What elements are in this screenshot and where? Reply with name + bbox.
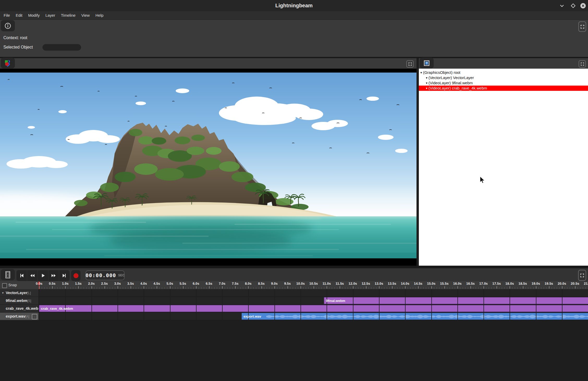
tree-tab[interactable]: ? bbox=[420, 58, 434, 68]
tree-item[interactable]: ▼(GraphicsObject) root bbox=[419, 70, 588, 75]
ruler-tick bbox=[316, 287, 316, 289]
info-fullscreen-button[interactable] bbox=[578, 21, 586, 32]
ruler-time-label: 7.5s bbox=[232, 282, 238, 285]
tree-header: ? bbox=[419, 58, 588, 69]
tree-expand-arrow[interactable]: ▼ bbox=[420, 71, 422, 74]
stage-tab[interactable] bbox=[1, 58, 15, 68]
window-minimize-button[interactable] bbox=[559, 3, 565, 9]
track-expand-arrow[interactable]: ▼ bbox=[2, 291, 4, 294]
ruler-tick bbox=[544, 287, 544, 289]
timeline-fullscreen-button[interactable] bbox=[578, 270, 586, 281]
menu-item-edit[interactable]: Edit bbox=[13, 11, 25, 20]
track-label-vectorlayer[interactable]: ▼VectorLayer[L] bbox=[0, 289, 39, 297]
ruler-tick bbox=[94, 287, 94, 289]
ruler-tick bbox=[554, 287, 554, 289]
ruler-tick bbox=[515, 287, 515, 289]
tree-item[interactable]: ▼(VideoLayer) 9final.webm bbox=[419, 80, 588, 86]
ruler-tick bbox=[214, 287, 215, 289]
selected-object-field[interactable] bbox=[42, 44, 81, 51]
ruler-tick bbox=[408, 287, 408, 289]
ruler-tick bbox=[81, 287, 81, 289]
ruler-tick bbox=[494, 287, 494, 289]
record-button[interactable] bbox=[71, 270, 81, 281]
ruler-time-label: 4.0s bbox=[140, 282, 147, 285]
tree-item[interactable]: ▼(VideoLayer) crab_rave_4k.webm bbox=[419, 86, 588, 91]
gridline bbox=[536, 289, 536, 320]
menu-item-timeline[interactable]: Timeline bbox=[58, 11, 78, 20]
ruler-tick bbox=[387, 287, 387, 289]
ruler-tick bbox=[212, 287, 212, 289]
tree-fullscreen-button[interactable] bbox=[579, 60, 586, 68]
tree-expand-arrow[interactable]: ▼ bbox=[425, 82, 428, 85]
menu-item-view[interactable]: View bbox=[78, 11, 93, 20]
track-label-export-wav[interactable]: export.wav[A]- bbox=[0, 313, 39, 320]
ruler-tick bbox=[303, 287, 303, 289]
ruler-tick bbox=[397, 287, 397, 289]
tree-item[interactable]: ▼(VectorLayer) VectorLayer bbox=[419, 75, 588, 80]
tree-expand-arrow[interactable]: ▼ bbox=[425, 76, 428, 79]
water bbox=[0, 216, 416, 258]
ruler-time-label: 12.5s bbox=[362, 282, 370, 285]
ruler-tick bbox=[44, 287, 45, 289]
ruler-tick bbox=[277, 287, 277, 289]
ruler-tick bbox=[259, 287, 259, 289]
stage-canvas[interactable] bbox=[0, 69, 416, 266]
ruler-tick bbox=[306, 287, 306, 289]
ruler-tick bbox=[478, 287, 479, 289]
track-lane: crab_rave_4k.webm bbox=[39, 305, 588, 313]
skip-to-start-button[interactable] bbox=[16, 270, 27, 281]
snap-checkbox[interactable] bbox=[2, 283, 7, 288]
ruler-tick bbox=[426, 287, 426, 289]
play-button[interactable] bbox=[38, 270, 48, 281]
fullscreen-icon bbox=[581, 62, 584, 66]
ruler-tick bbox=[348, 287, 348, 289]
menu-item-help[interactable]: Help bbox=[93, 11, 106, 20]
ruler-time-label: 6.5s bbox=[206, 282, 212, 285]
object-tree-panel[interactable]: ▼(GraphicsObject) root▼(VectorLayer) Vec… bbox=[419, 69, 588, 266]
ruler-tick bbox=[238, 287, 238, 289]
tree-expand-arrow[interactable]: ▼ bbox=[425, 87, 428, 90]
fullscreen-icon bbox=[408, 62, 412, 66]
ruler-tick bbox=[110, 287, 110, 289]
info-tab[interactable] bbox=[1, 20, 15, 31]
ruler-time-label: 19.0s bbox=[531, 282, 540, 285]
tree-item-label: (VectorLayer) VectorLayer bbox=[428, 75, 474, 80]
menu-item-file[interactable]: File bbox=[1, 11, 13, 20]
ruler-tick bbox=[128, 287, 128, 289]
menu-item-layer[interactable]: Layer bbox=[42, 11, 58, 20]
ruler-tick bbox=[374, 287, 374, 289]
clip-label: crab_rave_4k.webm bbox=[41, 305, 73, 312]
ruler-tick bbox=[162, 287, 162, 289]
video-clip[interactable]: 9final.webm bbox=[324, 297, 588, 304]
ruler-tick bbox=[334, 287, 335, 289]
ruler-tick bbox=[272, 287, 272, 289]
fast-forward-button[interactable] bbox=[48, 270, 59, 281]
ruler-tick bbox=[248, 286, 249, 289]
ruler-tick bbox=[423, 287, 424, 289]
ruler-time-label: 10.0s bbox=[296, 282, 305, 285]
ruler-time-label: 11.5s bbox=[336, 282, 344, 285]
ruler-time-label: 21.0s bbox=[584, 282, 588, 285]
track-checkbox[interactable]: - bbox=[32, 314, 37, 319]
track-label-9final-webm[interactable]: 9final.webm[S] bbox=[0, 297, 39, 305]
ruler-tick bbox=[290, 287, 290, 289]
video-clip[interactable]: crab_rave_4k.webm bbox=[39, 305, 588, 312]
menu-item-modify[interactable]: Modify bbox=[25, 11, 42, 20]
context-label: Context: root bbox=[3, 35, 27, 40]
window-close-button[interactable] bbox=[580, 3, 586, 9]
ruler-time-label: 5.0s bbox=[167, 282, 173, 285]
skip-to-end-button[interactable] bbox=[59, 270, 70, 281]
ruler-tick bbox=[337, 287, 337, 289]
snap-label: Snap bbox=[8, 283, 17, 287]
track-label-crab_rave_4k-webm[interactable]: crab_rave_4k.webm[S] bbox=[0, 305, 39, 313]
titlebar: Lightningbeam bbox=[0, 0, 588, 11]
ruler-tick bbox=[73, 287, 73, 289]
timeline-ruler[interactable]: Snap 0.0s0.5s1.0s1.5s2.0s2.5s3.0s3.5s4.0… bbox=[0, 281, 588, 289]
ruler-time-label: 9.0s bbox=[271, 282, 278, 285]
rewind-button[interactable] bbox=[27, 270, 38, 281]
stage-fullscreen-button[interactable] bbox=[406, 60, 414, 68]
window-maximize-button[interactable] bbox=[570, 3, 576, 9]
ruler-time-label: 17.5s bbox=[492, 282, 501, 285]
timeline-tab[interactable] bbox=[1, 269, 15, 280]
ruler-tick bbox=[201, 287, 201, 289]
